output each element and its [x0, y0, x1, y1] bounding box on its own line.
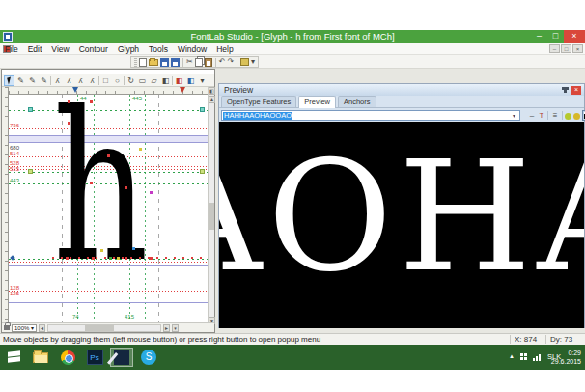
title-bar[interactable]: FontLab Studio - [Glyph - h from First f…: [0, 30, 585, 43]
pencil-tool-icon[interactable]: ✎: [15, 75, 26, 86]
scroll-thumb[interactable]: [85, 325, 114, 331]
ellipse-tool-icon[interactable]: ○: [112, 75, 123, 86]
cut-icon[interactable]: ✂: [186, 57, 193, 67]
control-point[interactable]: [68, 122, 70, 125]
hint-line[interactable]: [9, 262, 209, 263]
control-point[interactable]: [107, 154, 110, 157]
control-point[interactable]: [109, 257, 112, 260]
menu-file[interactable]: File: [0, 43, 23, 55]
tray-chevron-icon[interactable]: ▲: [509, 353, 515, 359]
lock-icon[interactable]: [4, 325, 10, 330]
save-all-icon[interactable]: [171, 58, 180, 67]
horizontal-ruler[interactable]: [9, 87, 209, 95]
control-point[interactable]: [139, 148, 142, 151]
mdi-minimize-button[interactable]: –: [549, 44, 560, 53]
control-point[interactable]: [92, 257, 95, 260]
control-point[interactable]: [132, 247, 135, 250]
right-sidebearing-marker[interactable]: [180, 87, 185, 93]
horizontal-scrollbar[interactable]: [47, 324, 161, 332]
edit-tool-icon[interactable]: [4, 75, 14, 86]
menu-tools[interactable]: Tools: [144, 43, 173, 55]
list-view-icon[interactable]: ≡: [550, 110, 560, 121]
taskbar-file-explorer[interactable]: [29, 348, 52, 367]
scroll-thumb[interactable]: [209, 203, 214, 230]
vertical-ruler[interactable]: [2, 87, 9, 324]
tools-options-icon[interactable]: ▾: [197, 75, 208, 86]
undo-icon[interactable]: ↶: [219, 57, 226, 67]
draw-tool-icon[interactable]: ✎: [27, 75, 38, 86]
taskbar-fontlab[interactable]: [110, 348, 133, 367]
toolbar-options-icon[interactable]: ▾: [251, 57, 255, 67]
tab-anchors[interactable]: Anchors: [338, 96, 376, 107]
clock[interactable]: 0:29 29.6.2015: [551, 349, 581, 366]
slant-tool-icon[interactable]: ▱: [149, 75, 159, 86]
menu-edit[interactable]: Edit: [23, 43, 47, 55]
new-icon[interactable]: [139, 58, 147, 67]
hint-line[interactable]: [9, 294, 209, 294]
control-point[interactable]: [100, 249, 103, 252]
menu-glyph[interactable]: Glyph: [113, 43, 144, 55]
scroll-right-icon[interactable]: ►: [163, 324, 170, 332]
rotate-tool-icon[interactable]: ↻: [125, 75, 136, 86]
guide-handle[interactable]: [28, 169, 33, 174]
guides-tool-icon[interactable]: ◧: [185, 75, 196, 86]
mdi-close-button[interactable]: ×: [572, 44, 583, 53]
properties-button[interactable]: ◧: [209, 87, 215, 95]
color-preview-2-icon[interactable]: [573, 113, 580, 120]
control-point[interactable]: [150, 191, 153, 194]
taskbar-skype[interactable]: S: [137, 348, 160, 367]
glyph-canvas[interactable]: 44 445 736 680 514 528 515 44: [9, 95, 209, 324]
sample-minus-icon[interactable]: –: [527, 110, 537, 121]
vertical-scrollbar[interactable]: ◧ ▲ ▼: [208, 87, 214, 324]
sample-text-input[interactable]: HAHHAAOHAOOAO ▾: [221, 110, 520, 121]
scroll-left-icon[interactable]: ◄: [39, 324, 45, 332]
pin-icon[interactable]: [564, 87, 567, 93]
color-preview-icon[interactable]: [565, 113, 571, 120]
guide-handle[interactable]: [200, 169, 205, 174]
close-button[interactable]: ×: [564, 30, 585, 43]
minimize-button[interactable]: –: [531, 30, 547, 43]
redo-icon[interactable]: ↷: [227, 57, 234, 67]
left-sidebearing-marker[interactable]: [72, 87, 78, 93]
scroll-up-icon[interactable]: ▲: [209, 96, 215, 103]
tab-preview[interactable]: Preview: [298, 96, 336, 108]
menu-window[interactable]: Window: [173, 43, 211, 55]
menu-help[interactable]: Help: [211, 43, 237, 55]
transform-tool-icon[interactable]: ◧: [160, 75, 171, 86]
control-point[interactable]: [90, 182, 93, 184]
guide-handle[interactable]: [28, 107, 33, 112]
control-point[interactable]: [125, 257, 127, 260]
paste-icon[interactable]: [205, 58, 212, 67]
mdi-restore-button[interactable]: □: [561, 44, 571, 53]
hint-line[interactable]: [9, 291, 209, 292]
rectangle-tool-icon[interactable]: □: [100, 75, 111, 86]
menu-contour[interactable]: Contour: [74, 43, 113, 55]
copy-icon[interactable]: [195, 58, 203, 67]
magic-wand-tool-icon[interactable]: ʎ: [75, 75, 86, 86]
start-button[interactable]: [8, 350, 20, 362]
control-point[interactable]: [66, 257, 69, 260]
preview-panel-titlebar[interactable]: Preview ×: [219, 84, 584, 96]
control-point[interactable]: [68, 100, 70, 103]
control-point[interactable]: [90, 100, 93, 103]
taskbar-photoshop[interactable]: Ps: [83, 348, 106, 367]
restore-button[interactable]: □: [547, 30, 564, 43]
toolbar-grip[interactable]: [134, 58, 137, 67]
guide-handle[interactable]: [200, 107, 205, 112]
control-point[interactable]: [117, 257, 120, 260]
eraser-tool-icon[interactable]: ʎ: [64, 75, 74, 86]
save-icon[interactable]: [160, 58, 169, 67]
preview-close-button[interactable]: ×: [571, 86, 581, 95]
scale-tool-icon[interactable]: ▭: [137, 75, 148, 86]
font-info-icon[interactable]: [240, 58, 249, 66]
vw-tool-icon[interactable]: ʎ: [87, 75, 98, 86]
open-icon[interactable]: [149, 59, 158, 66]
menu-view[interactable]: View: [46, 43, 73, 55]
preview-render-area[interactable]: AOHA: [219, 122, 584, 328]
meter-tool-icon[interactable]: ◧: [174, 75, 184, 86]
corner-options-icon[interactable]: ▾: [172, 324, 179, 332]
tab-opentype-features[interactable]: OpenType Features: [221, 96, 296, 107]
network-icon[interactable]: [533, 354, 543, 361]
contour-tool-icon[interactable]: ✎: [39, 75, 49, 86]
control-point[interactable]: [150, 257, 153, 260]
